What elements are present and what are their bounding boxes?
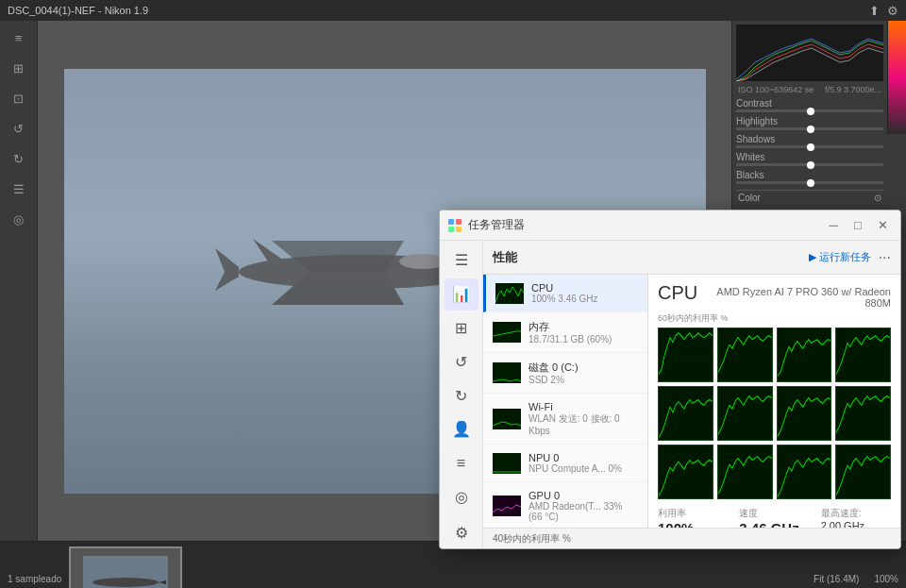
tm-toolbar: 性能 ▶ 运行新任务 ··· bbox=[483, 241, 900, 275]
tm-app-icon bbox=[447, 218, 462, 233]
tm-title-bar: 任务管理器 ─ □ ✕ bbox=[440, 210, 900, 241]
tm-toolbar-title: 性能 bbox=[493, 249, 517, 266]
svg-rect-21 bbox=[659, 328, 713, 381]
tm-bottom-label: 40秒内的利用率 % bbox=[493, 532, 571, 546]
editor-title: DSC_0044(1)-NEF - Nikon 1.9 bbox=[8, 5, 148, 16]
tm-sidebar-history[interactable]: ↺ bbox=[445, 345, 478, 378]
svg-rect-23 bbox=[718, 328, 772, 381]
tool-icon-crop[interactable]: ⊡ bbox=[6, 85, 32, 111]
svg-rect-13 bbox=[448, 227, 454, 232]
whites-track[interactable] bbox=[736, 163, 883, 166]
cpu-graph-8 bbox=[658, 445, 713, 499]
wifi-list-text: Wi-Fi WLAN 发送: 0 接收: 0 Kbps bbox=[528, 401, 638, 436]
tool-icon-hist[interactable]: ↺ bbox=[6, 115, 32, 142]
cpu-list-text: CPU 100% 3.46 GHz bbox=[531, 282, 638, 304]
list-item-memory[interactable]: 内存 18.7/31.1 GB (60%) bbox=[483, 312, 647, 353]
shadows-slider-row: Shadows bbox=[736, 134, 883, 148]
svg-rect-33 bbox=[836, 445, 890, 498]
tm-sidebar-performance[interactable]: 📊 bbox=[445, 278, 478, 311]
list-item-cpu[interactable]: CPU 100% 3.46 GHz bbox=[483, 275, 647, 312]
list-item-gpu[interactable]: GPU 0 AMD Radeon(T... 33% (66 °C) bbox=[483, 482, 647, 528]
utilization-chart-label: 60秒内的利用率 % bbox=[658, 312, 891, 325]
tm-more-button[interactable]: ··· bbox=[879, 249, 891, 266]
iso-info: ISO 100~639642 se bbox=[738, 85, 814, 94]
gpu-list-name: GPU 0 bbox=[528, 490, 638, 501]
tool-icon-heal[interactable]: ↻ bbox=[6, 145, 32, 172]
tm-close-button[interactable]: ✕ bbox=[872, 215, 893, 236]
tool-icon-1[interactable]: ≡ bbox=[6, 25, 32, 51]
wifi-sparkline-icon bbox=[493, 409, 521, 429]
list-item-wifi[interactable]: Wi-Fi WLAN 发送: 0 接收: 0 Kbps bbox=[483, 394, 647, 445]
svg-rect-32 bbox=[778, 445, 831, 498]
maxspeed-stat: 最高速度: 2.00 GHz bbox=[821, 507, 891, 528]
blacks-track[interactable] bbox=[736, 181, 883, 184]
editor-top-bar: DSC_0044(1)-NEF - Nikon 1.9 ⬆ ⚙ bbox=[0, 0, 906, 21]
tm-sidebar-startup[interactable]: ↻ bbox=[445, 379, 478, 412]
tm-sidebar-details[interactable]: ≡ bbox=[445, 447, 478, 479]
editor-icon2[interactable]: ⚙ bbox=[887, 4, 898, 18]
svg-rect-26 bbox=[659, 387, 713, 440]
npu-sparkline-icon bbox=[493, 453, 521, 474]
tool-icon-5[interactable]: ◎ bbox=[6, 206, 32, 232]
tm-sidebar-processes[interactable]: ⊞ bbox=[445, 312, 478, 344]
tm-detail-header: CPU AMD Ryzen AI 7 PRO 360 w/ Radeon 880… bbox=[658, 282, 891, 309]
memory-sparkline-icon bbox=[493, 322, 521, 343]
sunset-thumbnail bbox=[887, 21, 906, 134]
cpu-graph-6 bbox=[777, 386, 832, 441]
wifi-list-sub: WLAN 发送: 0 接收: 0 Kbps bbox=[528, 412, 638, 436]
tool-icon-filter[interactable]: ☰ bbox=[6, 176, 32, 202]
svg-rect-16 bbox=[493, 322, 521, 343]
contrast-track[interactable] bbox=[736, 109, 883, 112]
list-item-disk[interactable]: 磁盘 0 (C:) SSD 2% bbox=[483, 353, 647, 394]
editor-left-toolbar: ≡ ⊞ ⊡ ↺ ↻ ☰ ◎ bbox=[0, 21, 38, 541]
tm-list: CPU 100% 3.46 GHz 内存 bbox=[483, 275, 648, 528]
utilization-stat-label: 利用率 bbox=[658, 507, 728, 520]
tm-detail: CPU AMD Ryzen AI 7 PRO 360 w/ Radeon 880… bbox=[648, 275, 900, 528]
svg-rect-30 bbox=[659, 445, 713, 498]
exp-info: f/5.9 3.7000e... bbox=[825, 85, 881, 94]
gpu-list-text: GPU 0 AMD Radeon(T... 33% (66 °C) bbox=[528, 490, 638, 522]
cpu-graph-4 bbox=[658, 386, 713, 441]
shadows-track[interactable] bbox=[736, 145, 883, 148]
tm-sidebar-settings[interactable]: ⚙ bbox=[445, 516, 478, 548]
svg-rect-12 bbox=[456, 219, 461, 225]
tm-content: 性能 ▶ 运行新任务 ··· bbox=[483, 241, 900, 548]
tm-body: ☰ 📊 ⊞ ↺ ↻ 👤 ≡ ◎ ⚙ 性能 ▶ 运行新任务 ··· bbox=[440, 241, 900, 548]
cpu-graph-7 bbox=[835, 386, 891, 441]
tool-icon-2[interactable]: ⊞ bbox=[6, 55, 32, 81]
color-section: Color ⊙ bbox=[736, 190, 883, 205]
svg-rect-7 bbox=[736, 25, 883, 81]
list-item-npu[interactable]: NPU 0 NPU Compute A... 0% bbox=[483, 445, 647, 482]
mini-jet-thumb bbox=[83, 556, 168, 589]
cpu-graph-0 bbox=[658, 328, 713, 382]
run-task-label: 运行新任务 bbox=[819, 250, 871, 264]
memory-list-text: 内存 18.7/31.1 GB (60%) bbox=[528, 320, 638, 344]
utilization-stat: 利用率 100% bbox=[658, 507, 728, 528]
tm-run-task-button[interactable]: ▶ 运行新任务 bbox=[809, 250, 871, 264]
filmstrip-thumb-1[interactable] bbox=[69, 546, 182, 589]
memory-list-name: 内存 bbox=[528, 320, 638, 334]
tm-toolbar-right: ▶ 运行新任务 ··· bbox=[809, 249, 891, 266]
tm-sidebar-users[interactable]: 👤 bbox=[445, 413, 478, 445]
speed-stat-value: 3.46 GHz bbox=[739, 520, 809, 528]
tm-sidebar-menu[interactable]: ☰ bbox=[445, 244, 478, 277]
svg-marker-2 bbox=[215, 248, 239, 291]
cpu-graph-5 bbox=[717, 386, 773, 441]
svg-rect-19 bbox=[493, 453, 521, 474]
filmstrip-controls: Fit (16.4M) 100% bbox=[814, 574, 898, 584]
gpu-list-sub: AMD Radeon(T... 33% (66 °C) bbox=[528, 501, 638, 522]
tm-sidebar-services[interactable]: ◎ bbox=[445, 480, 478, 512]
editor-icon1[interactable]: ⬆ bbox=[869, 4, 880, 18]
speed-stat: 速度 3.46 GHz bbox=[739, 507, 809, 528]
filmstrip-label[interactable]: 1 sampleado bbox=[8, 574, 61, 584]
svg-rect-11 bbox=[448, 219, 454, 225]
cpu-stats-top: 利用率 100% 速度 3.46 GHz 最高速度: 2.00 GHz 进程 bbox=[658, 507, 891, 528]
svg-rect-14 bbox=[456, 227, 461, 232]
tm-minimize-button[interactable]: ─ bbox=[823, 215, 844, 236]
svg-rect-28 bbox=[778, 387, 831, 440]
npu-list-text: NPU 0 NPU Compute A... 0% bbox=[528, 452, 638, 474]
highlights-track[interactable] bbox=[736, 127, 883, 130]
svg-point-9 bbox=[92, 578, 159, 587]
color-toggle[interactable]: ⊙ bbox=[874, 193, 881, 203]
tm-maximize-button[interactable]: □ bbox=[847, 215, 868, 236]
